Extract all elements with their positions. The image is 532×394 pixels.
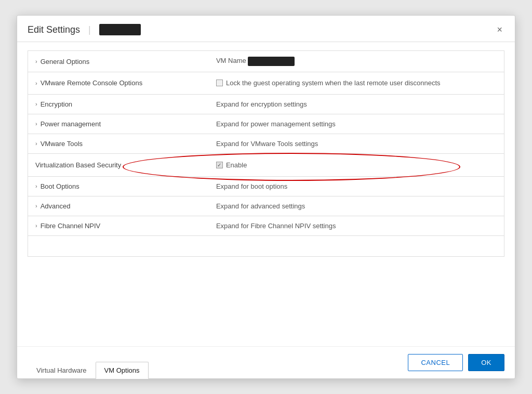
value-advanced: Expand for advanced settings [216, 202, 305, 210]
vbs-checkbox-row: ✓ Enable [216, 161, 497, 169]
value-vmware-tools: Expand for VMware Tools settings [216, 140, 318, 148]
expand-arrow-vmtools: › [35, 140, 37, 147]
title-separator: | [88, 24, 91, 35]
label-boot-options: Boot Options [41, 182, 79, 190]
tabs-container: Virtual Hardware VM Options [17, 362, 159, 378]
label-vbs: Virtualization Based Security [35, 161, 121, 169]
expand-arrow-fibre: › [35, 222, 37, 229]
row-boot-options[interactable]: › Boot Options Expand for boot options [28, 176, 504, 196]
row-vmrc[interactable]: › VMware Remote Console Options Lock the… [28, 72, 504, 95]
value-power-management: Expand for power management settings [216, 120, 336, 128]
label-general-options: General Options [41, 58, 90, 65]
vm-name-value-redacted [248, 57, 295, 66]
row-general-options[interactable]: › General Options VM Name [28, 51, 504, 72]
vbs-oval-container: ✓ Enable [216, 161, 497, 169]
row-power-management[interactable]: › Power management Expand for power mana… [28, 114, 504, 134]
row-advanced[interactable]: › Advanced Expand for advanced settings [28, 196, 504, 216]
row-vmware-tools[interactable]: › VMware Tools Expand for VMware Tools s… [28, 134, 504, 153]
expand-arrow-encryption: › [35, 101, 37, 107]
label-encryption: Encryption [41, 100, 72, 108]
vm-name-redacted [99, 24, 141, 35]
edit-settings-dialog: Edit Settings | × Virtual Hardware VM Op… [17, 15, 515, 379]
label-advanced: Advanced [41, 202, 71, 210]
dialog-header: Edit Settings | × Virtual Hardware VM Op… [17, 16, 515, 42]
vbs-checkbox[interactable]: ✓ [216, 162, 223, 168]
row-fibre-channel[interactable]: › Fibre Channel NPIV Expand for Fibre Ch… [28, 216, 504, 235]
label-power-management: Power management [41, 120, 101, 128]
title-row: Edit Settings | [28, 24, 141, 42]
close-button[interactable]: × [493, 23, 507, 36]
ok-button[interactable]: OK [468, 354, 504, 371]
expand-arrow-vmrc: › [35, 80, 37, 86]
label-vmrc: VMware Remote Console Options [41, 79, 143, 87]
dialog-body: › General Options VM Name › VMware [17, 42, 515, 346]
expand-arrow-general: › [35, 58, 37, 64]
expand-arrow-boot: › [35, 183, 37, 189]
value-vmrc: Lock the guest operating system when the… [226, 78, 441, 88]
value-encryption: Expand for encryption settings [216, 100, 307, 108]
tab-virtual-hardware[interactable]: Virtual Hardware [28, 362, 96, 379]
cancel-button[interactable]: CANCEL [408, 354, 463, 371]
label-vmware-tools: VMware Tools [41, 140, 83, 148]
vmrc-checkbox[interactable] [216, 80, 223, 86]
row-vbs[interactable]: Virtualization Based Security ✓ Enable [28, 153, 504, 176]
dialog-title: Edit Settings [28, 24, 80, 35]
spacer-row [28, 235, 504, 256]
label-fibre-channel: Fibre Channel NPIV [41, 222, 101, 230]
value-vbs: Enable [226, 161, 247, 169]
value-general-options: VM Name [216, 57, 246, 64]
expand-arrow-power: › [35, 121, 37, 127]
value-fibre-channel: Expand for Fibre Channel NPIV settings [216, 222, 336, 230]
expand-arrow-advanced: › [35, 203, 37, 209]
row-encryption[interactable]: › Encryption Expand for encryption setti… [28, 94, 504, 114]
value-boot-options: Expand for boot options [216, 182, 287, 190]
tab-vm-options[interactable]: VM Options [96, 362, 149, 379]
vmrc-checkbox-row: Lock the guest operating system when the… [216, 78, 497, 88]
settings-table: › General Options VM Name › VMware [28, 50, 504, 257]
